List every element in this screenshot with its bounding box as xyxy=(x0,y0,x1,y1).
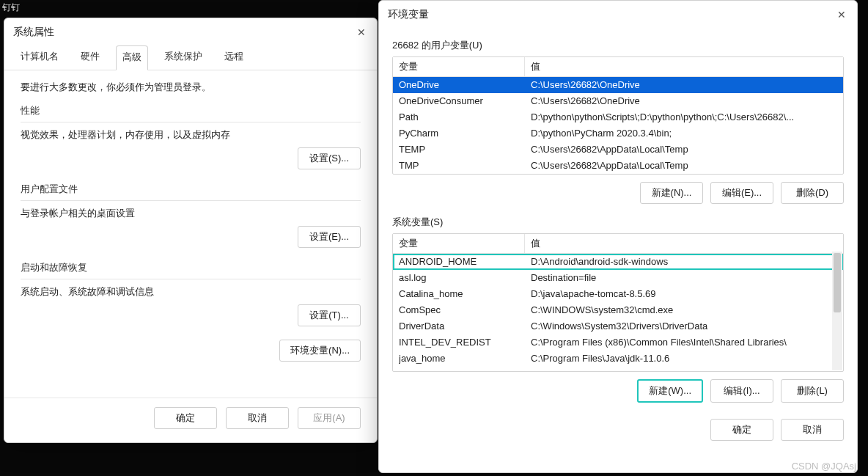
env-vars-title: 环境变量 xyxy=(388,8,429,21)
user-vars-label: 26682 的用户变量(U) xyxy=(392,39,844,52)
cell-var: asl.log xyxy=(399,271,531,285)
tab-remote[interactable]: 远程 xyxy=(218,45,249,70)
cell-val: C:\WINDOWS\system32\cmd.exe xyxy=(531,304,837,317)
performance-group-label: 性能 xyxy=(21,104,361,117)
cell-val: D:\python\PyCharm 2020.3.4\bin; xyxy=(531,127,837,140)
cell-val: C:\Program Files\Java\jdk-11.0.6 xyxy=(531,352,837,365)
header-var[interactable]: 变量 xyxy=(393,234,525,253)
tab-computer-name[interactable]: 计算机名 xyxy=(15,45,65,70)
cell-var: MIC_LD_LIBRARY_PATH xyxy=(399,368,531,371)
apply-button[interactable]: 应用(A) xyxy=(298,407,361,429)
table-row[interactable]: Catalina_homeD:\java\apache-tomcat-8.5.6… xyxy=(393,286,843,302)
header-var[interactable]: 变量 xyxy=(393,57,525,76)
table-row[interactable]: asl.logDestination=file xyxy=(393,270,843,286)
cell-val: C:\Program Files (x86)\Common Files\Inte… xyxy=(531,336,837,349)
system-vars-label: 系统变量(S) xyxy=(392,216,844,229)
env-vars-dialog: 环境变量 ✕ 26682 的用户变量(U) 变量 值 OneDriveC:\Us… xyxy=(378,0,858,473)
profiles-group-label: 用户配置文件 xyxy=(21,183,361,196)
cell-var: OneDrive xyxy=(399,78,531,92)
table-row[interactable]: TMPC:\Users\26682\AppData\Local\Temp xyxy=(393,158,843,174)
cell-val: %INTEL_DEV_REDIST%compiler\lib\mic xyxy=(531,368,837,371)
header-val[interactable]: 值 xyxy=(525,234,843,253)
system-properties-title: 系统属性 xyxy=(13,26,54,39)
close-icon[interactable]: ✕ xyxy=(834,7,850,23)
performance-desc: 视觉效果，处理器计划，内存使用，以及虚拟内存 xyxy=(21,128,361,142)
env-ok-button[interactable]: 确定 xyxy=(710,419,773,441)
table-row[interactable]: INTEL_DEV_REDISTC:\Program Files (x86)\C… xyxy=(393,334,843,351)
cell-val: C:\Users\26682\AppData\Local\Temp xyxy=(531,143,837,156)
watermark: CSDN @JQAsj xyxy=(792,461,856,472)
cell-var: ComSpec xyxy=(399,304,531,317)
profiles-desc: 与登录帐户相关的桌面设置 xyxy=(21,207,361,220)
table-row[interactable]: OneDriveConsumerC:\Users\26682\OneDrive xyxy=(393,93,843,109)
table-row[interactable]: TEMPC:\Users\26682\AppData\Local\Temp xyxy=(393,142,843,158)
cell-var: java_home xyxy=(399,352,531,365)
cell-val: C:\Users\26682\OneDrive xyxy=(531,95,837,108)
system-new-button[interactable]: 新建(W)... xyxy=(637,379,703,403)
cell-val: C:\Users\26682\OneDrive xyxy=(531,78,837,92)
cell-var: OneDriveConsumer xyxy=(399,95,531,108)
startup-group-label: 启动和故障恢复 xyxy=(21,261,361,274)
ok-button[interactable]: 确定 xyxy=(154,407,217,429)
admin-note: 要进行大多数更改，你必须作为管理员登录。 xyxy=(21,81,361,94)
user-delete-button[interactable]: 删除(D) xyxy=(781,182,844,204)
table-row[interactable]: DriverDataC:\Windows\System32\Drivers\Dr… xyxy=(393,318,843,334)
system-edit-button[interactable]: 编辑(I)... xyxy=(710,379,773,403)
user-vars-list[interactable]: 变量 值 OneDriveC:\Users\26682\OneDriveOneD… xyxy=(392,56,844,175)
env-vars-button[interactable]: 环境变量(N)... xyxy=(279,340,361,362)
cell-val: Destination=file xyxy=(531,271,837,285)
scrollbar-thumb[interactable] xyxy=(834,253,841,312)
table-row[interactable]: PyCharmD:\python\PyCharm 2020.3.4\bin; xyxy=(393,125,843,142)
table-row[interactable]: PathD:\python\python\Scripts\;D:\python\… xyxy=(393,109,843,125)
close-icon[interactable]: ✕ xyxy=(353,24,369,40)
dingtalk-label: 钉钉 xyxy=(0,0,22,15)
cell-var: TEMP xyxy=(399,143,531,156)
tabs: 计算机名 硬件 高级 系统保护 远程 xyxy=(4,43,377,70)
scrollbar[interactable] xyxy=(832,252,842,370)
table-row[interactable]: ANDROID_HOMED:\Android\android-sdk-windo… xyxy=(393,254,843,270)
cell-var: TMP xyxy=(399,159,531,172)
system-properties-dialog: 系统属性 ✕ 计算机名 硬件 高级 系统保护 远程 要进行大多数更改，你必须作为… xyxy=(4,18,378,443)
header-val[interactable]: 值 xyxy=(525,57,843,76)
table-row[interactable]: ComSpecC:\WINDOWS\system32\cmd.exe xyxy=(393,302,843,318)
cell-var: ANDROID_HOME xyxy=(399,255,531,268)
cell-val: D:\python\python\Scripts\;D:\python\pyth… xyxy=(531,111,837,124)
cell-val: C:\Windows\System32\Drivers\DriverData xyxy=(531,320,837,333)
env-cancel-button[interactable]: 取消 xyxy=(781,419,844,441)
cell-var: PyCharm xyxy=(399,127,531,140)
table-row[interactable]: java_homeC:\Program Files\Java\jdk-11.0.… xyxy=(393,351,843,367)
cell-val: C:\Users\26682\AppData\Local\Temp xyxy=(531,159,837,172)
tab-system-protection[interactable]: 系统保护 xyxy=(158,45,208,70)
startup-desc: 系统启动、系统故障和调试信息 xyxy=(21,285,361,299)
cell-var: INTEL_DEV_REDIST xyxy=(399,336,531,349)
cell-var: Path xyxy=(399,111,531,124)
system-vars-list[interactable]: 变量 值 ANDROID_HOMED:\Android\android-sdk-… xyxy=(392,233,844,372)
cell-var: DriverData xyxy=(399,320,531,333)
cell-val: D:\java\apache-tomcat-8.5.69 xyxy=(531,288,837,301)
tab-advanced[interactable]: 高级 xyxy=(116,45,148,70)
user-new-button[interactable]: 新建(N)... xyxy=(640,182,703,204)
system-delete-button[interactable]: 删除(L) xyxy=(781,379,844,403)
performance-settings-button[interactable]: 设置(S)... xyxy=(298,147,361,169)
user-edit-button[interactable]: 编辑(E)... xyxy=(710,182,773,204)
table-row[interactable]: MIC_LD_LIBRARY_PATH%INTEL_DEV_REDIST%com… xyxy=(393,367,843,371)
table-row[interactable]: OneDriveC:\Users\26682\OneDrive xyxy=(393,77,843,93)
cell-val: D:\Android\android-sdk-windows xyxy=(531,255,837,268)
tab-hardware[interactable]: 硬件 xyxy=(75,45,106,70)
cancel-button[interactable]: 取消 xyxy=(226,407,289,429)
profiles-settings-button[interactable]: 设置(E)... xyxy=(298,226,361,248)
startup-settings-button[interactable]: 设置(T)... xyxy=(298,304,361,326)
cell-var: Catalina_home xyxy=(399,288,531,301)
